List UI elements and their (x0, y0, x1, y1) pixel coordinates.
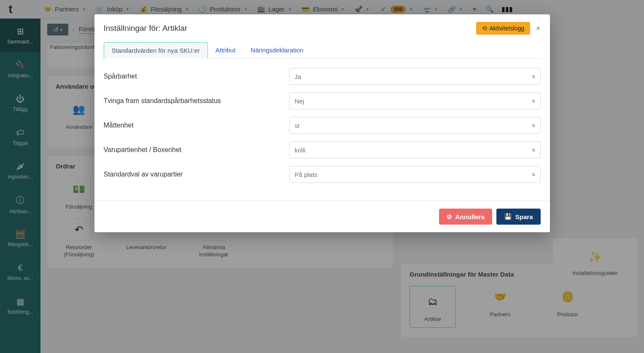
close-icon: × (536, 24, 541, 33)
save-button[interactable]: 💾 Spara (496, 209, 541, 225)
modal-header: Inställningar för: Artiklar ⟲ Aktivitets… (94, 14, 550, 42)
cancel-icon: ⊘ (447, 213, 452, 220)
select-force-traceability[interactable]: Nej ⇅ (289, 92, 541, 109)
modal-body: Standardvärden för nya SKU:er Attribut N… (94, 42, 550, 201)
tab-label: Standardvärden för nya SKU:er (112, 47, 200, 54)
field-label: Standardval av varupartier (104, 171, 289, 178)
select-chevron-icon: ⇅ (532, 99, 535, 103)
save-label: Spara (515, 213, 533, 220)
modal-title: Inställningar för: Artiklar (104, 24, 188, 33)
field-label: Varupartienhet / Boxenhet (104, 146, 289, 154)
select-chevron-icon: ⇅ (532, 172, 535, 177)
field-label: Spårbarhet (104, 73, 289, 80)
save-icon: 💾 (504, 213, 512, 220)
tab-attributes[interactable]: Attribut (208, 42, 243, 58)
field-box-unit: Varupartienhet / Boxenhet kolli ⇅ (104, 141, 541, 158)
field-label: Tvinga fram standardspårbarhetsstatus (104, 97, 289, 105)
activity-log-button[interactable]: ⟲ Aktivitetslogg (476, 22, 530, 35)
activity-log-label: Aktivitetslogg (490, 25, 524, 32)
modal-footer: ⊘ Annullera 💾 Spara (94, 201, 550, 232)
select-unit[interactable]: st ⇅ (289, 117, 541, 134)
field-label: Måttenhet (104, 122, 289, 129)
select-value: st (295, 122, 300, 129)
select-value: Nej (295, 98, 304, 105)
select-value: kolli (295, 147, 306, 154)
settings-modal: Inställningar för: Artiklar ⟲ Aktivitets… (94, 14, 550, 232)
field-unit: Måttenhet st ⇅ (104, 117, 541, 134)
tab-nutrition[interactable]: Näringsdeklaration (243, 42, 311, 58)
tab-label: Attribut (216, 46, 236, 54)
field-traceability: Spårbarhet Ja ⇅ (104, 68, 541, 85)
refresh-icon: ⟲ (482, 25, 487, 32)
select-chevron-icon: ⇅ (532, 74, 535, 79)
select-box-unit[interactable]: kolli ⇅ (289, 141, 541, 158)
select-chevron-icon: ⇅ (532, 148, 535, 152)
field-batch-default: Standardval av varupartier På plats ⇅ (104, 166, 541, 183)
cancel-button[interactable]: ⊘ Annullera (439, 209, 492, 225)
select-chevron-icon: ⇅ (532, 123, 535, 128)
select-batch-default[interactable]: På plats ⇅ (289, 166, 541, 183)
select-value: Ja (295, 73, 302, 80)
close-button[interactable]: × (536, 24, 541, 33)
tab-default-values[interactable]: Standardvärden för nya SKU:er (104, 42, 208, 59)
field-force-traceability: Tvinga fram standardspårbarhetsstatus Ne… (104, 92, 541, 109)
select-traceability[interactable]: Ja ⇅ (289, 68, 541, 85)
select-value: På plats (295, 171, 318, 178)
modal-tabs: Standardvärden för nya SKU:er Attribut N… (104, 42, 541, 59)
modal-overlay: Inställningar för: Artiklar ⟲ Aktivitets… (0, 0, 644, 353)
tab-label: Näringsdeklaration (251, 46, 303, 54)
cancel-label: Annullera (455, 213, 485, 220)
